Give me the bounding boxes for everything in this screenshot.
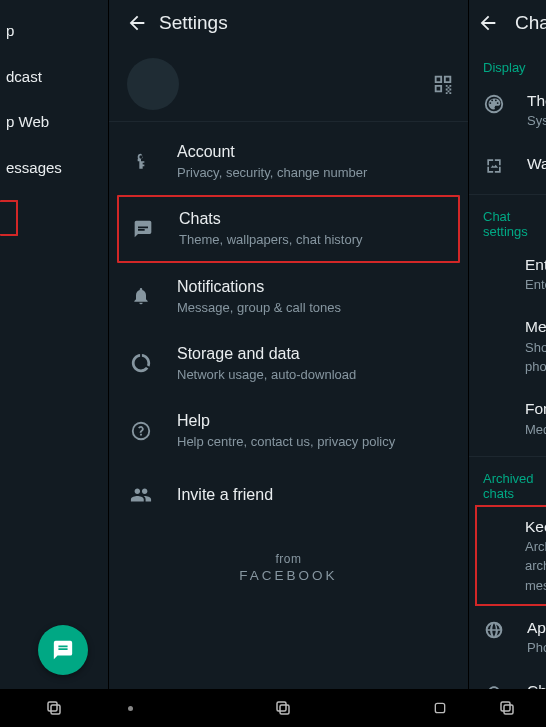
row-subtitle: System <box>527 113 546 129</box>
arrow-left-icon <box>126 12 148 34</box>
data-usage-icon <box>127 352 155 374</box>
row-title: Media <box>525 317 546 336</box>
menu-item-whatsapp-web[interactable]: p Web <box>0 99 108 145</box>
settings-screen: Settings Account Privacy, security, chan… <box>108 0 468 727</box>
row-title: Account <box>177 142 367 162</box>
row-title: Notifications <box>177 277 341 297</box>
row-title: Invite a friend <box>177 485 273 505</box>
row-subtitle: Archive <box>525 539 546 555</box>
section-display: Display <box>469 46 546 79</box>
page-title: Chat <box>515 12 546 34</box>
svg-rect-7 <box>504 705 513 714</box>
home-icon[interactable] <box>432 700 448 716</box>
chat-icon <box>52 639 74 661</box>
section-chat-settings: Chat settings <box>469 195 546 243</box>
appbar: Settings <box>109 0 468 46</box>
chats-item-keep-archived[interactable]: Keep c Archive archive messa <box>477 507 546 604</box>
settings-item-invite[interactable]: Invite a friend <box>109 464 468 526</box>
row-title: Chats <box>179 209 363 229</box>
highlight-chats: Chats Theme, wallpapers, chat history <box>117 195 460 262</box>
profile-name <box>193 74 418 94</box>
appbar: Chat <box>469 0 546 46</box>
row-subtitle: Theme, wallpapers, chat history <box>179 232 363 248</box>
svg-rect-5 <box>435 703 444 712</box>
settings-item-storage[interactable]: Storage and data Network usage, auto-dow… <box>109 330 468 397</box>
menu-item-starred-messages[interactable]: essages <box>0 145 108 191</box>
settings-item-notifications[interactable]: Notifications Message, group & call tone… <box>109 263 468 330</box>
menu-item-settings-highlight[interactable] <box>0 200 18 236</box>
footer-brand: FACEBOOK <box>109 568 468 583</box>
people-icon <box>127 484 155 506</box>
recents-icon[interactable] <box>45 699 63 717</box>
row-subtitle: Show n <box>525 340 546 356</box>
overflow-menu: p dcast p Web essages <box>0 0 108 236</box>
new-chat-fab[interactable] <box>38 625 88 675</box>
bell-icon <box>127 286 155 306</box>
row-subtitle: Help centre, contact us, privacy policy <box>177 434 395 450</box>
row-subtitle: Network usage, auto-download <box>177 367 356 383</box>
row-subtitle3: messa <box>525 578 546 594</box>
settings-item-chats[interactable]: Chats Theme, wallpapers, chat history <box>119 197 458 260</box>
svg-rect-3 <box>277 702 286 711</box>
system-nav-a <box>0 689 108 727</box>
chats-item-enter-is-send[interactable]: Enter Enter k <box>469 243 546 306</box>
row-title: Font s <box>525 399 546 418</box>
row-title: Keep c <box>525 517 546 536</box>
nav-dot <box>128 706 133 711</box>
chats-item-media-visibility[interactable]: Media Show n phone' <box>469 305 546 387</box>
menu-item-new-group[interactable]: p <box>0 8 108 54</box>
key-icon <box>127 152 155 172</box>
system-nav-b <box>108 689 468 727</box>
row-title: Help <box>177 411 395 431</box>
settings-item-account[interactable]: Account Privacy, security, change number <box>109 128 468 195</box>
chats-item-app-language[interactable]: App L Phone' <box>469 606 546 669</box>
profile-row[interactable] <box>109 46 468 122</box>
theme-icon <box>481 91 507 115</box>
recents-icon[interactable] <box>498 699 516 717</box>
back-button[interactable] <box>117 12 157 34</box>
row-title: Wallp <box>527 154 546 173</box>
menu-item-new-broadcast[interactable]: dcast <box>0 54 108 100</box>
system-nav-c <box>468 689 546 727</box>
settings-item-help[interactable]: Help Help centre, contact us, privacy po… <box>109 397 468 464</box>
footer-from: from <box>109 552 468 566</box>
row-subtitle: Mediur <box>525 422 546 438</box>
help-icon <box>127 420 155 442</box>
row-subtitle2: archive <box>525 558 546 574</box>
row-title: App L <box>527 618 546 637</box>
row-title: Them <box>527 91 546 110</box>
back-button[interactable] <box>477 12 499 34</box>
overflow-menu-screen: p dcast p Web essages <box>0 0 108 727</box>
section-archived-chats: Archived chats <box>469 457 546 505</box>
wallpaper-icon <box>481 154 507 176</box>
chats-item-wallpaper[interactable]: Wallp <box>469 142 546 188</box>
arrow-left-icon <box>477 12 499 34</box>
row-subtitle2: phone' <box>525 359 546 375</box>
chats-settings-screen: Chat Display Them System Wallp Chat sett… <box>468 0 546 727</box>
settings-list: Account Privacy, security, change number… <box>109 122 468 526</box>
recents-icon[interactable] <box>274 699 292 717</box>
row-subtitle: Phone' <box>527 640 546 656</box>
avatar <box>127 58 179 110</box>
footer: from FACEBOOK <box>109 526 468 603</box>
svg-rect-4 <box>280 705 289 714</box>
chats-item-font-size[interactable]: Font s Mediur <box>469 387 546 450</box>
globe-icon <box>481 618 507 640</box>
page-title: Settings <box>159 12 228 34</box>
chats-item-theme[interactable]: Them System <box>469 79 546 142</box>
row-subtitle: Enter k <box>525 277 546 293</box>
chat-icon <box>129 219 157 239</box>
row-subtitle: Privacy, security, change number <box>177 165 367 181</box>
highlight-keep-archived: Keep c Archive archive messa <box>475 505 546 606</box>
qr-code-icon[interactable] <box>432 73 454 95</box>
svg-rect-1 <box>48 702 57 711</box>
row-subtitle: Message, group & call tones <box>177 300 341 316</box>
svg-rect-2 <box>51 705 60 714</box>
svg-rect-6 <box>501 702 510 711</box>
row-title: Storage and data <box>177 344 356 364</box>
row-title: Enter <box>525 255 546 274</box>
